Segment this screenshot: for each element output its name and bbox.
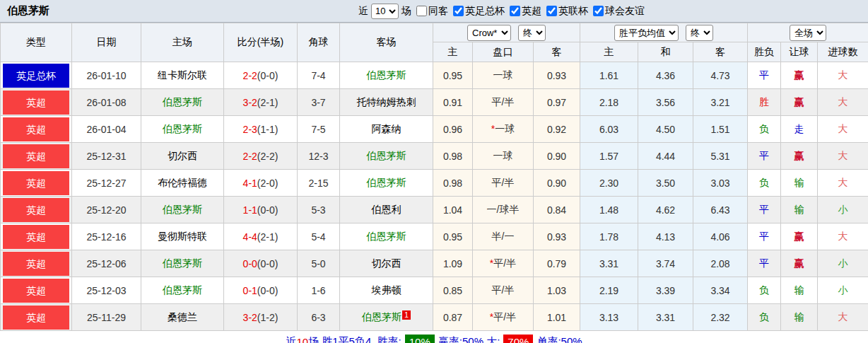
score-cell: 2-3(1-1): [224, 116, 298, 143]
goals-cell: 大: [818, 116, 868, 143]
avg-draw-cell: 4.44: [638, 143, 693, 170]
league-cell: 英超: [1, 116, 72, 143]
away-team-cell: 阿森纳: [340, 116, 433, 143]
red-card-badge: 1: [402, 310, 411, 320]
page-title: 伯恩茅斯: [7, 4, 49, 18]
sub-header-odds-away: 客: [534, 42, 580, 62]
avg-away-cell: 3.34: [693, 277, 748, 304]
avg-draw-cell: 3.56: [638, 89, 693, 116]
score-cell: 1-1(0-0): [224, 197, 298, 223]
avg-final-select[interactable]: 终: [686, 25, 713, 41]
handicap-result-cell: 输: [781, 304, 818, 331]
odds-home-cell: 0.87: [433, 304, 473, 331]
handicap-result-cell: 走: [781, 116, 818, 143]
corner-cell: 6-3: [298, 304, 340, 331]
avg-away-cell: 2.32: [693, 304, 748, 331]
odds-home-cell: 0.98: [433, 143, 473, 170]
match-row: 英超25-11-29桑德兰3-2(1-2)6-3伯恩茅斯10.87*平/半1.0…: [1, 304, 868, 331]
handicap-cell: 半/一: [473, 223, 534, 250]
avg-draw-cell: 3.39: [638, 277, 693, 304]
handicap-result-cell: 赢: [781, 223, 818, 250]
score-cell: 3-2(2-1): [224, 89, 298, 116]
goals-cell: 小: [818, 197, 868, 223]
result-cell: 平: [748, 143, 781, 170]
odds-away-cell: 0.90: [534, 170, 580, 197]
league-cup-checkbox[interactable]: [546, 6, 557, 16]
same-opponent-option: 同客: [411, 5, 448, 18]
col-header-date: 日期: [72, 23, 141, 62]
avg-draw-cell: 3.74: [638, 250, 693, 277]
near-label: 近: [358, 5, 368, 18]
home-team-cell: 桑德兰: [141, 304, 224, 331]
handicap-result-cell: 赢: [781, 89, 818, 116]
corner-cell: 12-3: [298, 143, 340, 170]
avg-draw-cell: 4.62: [638, 197, 693, 223]
away-team-cell: 切尔西: [340, 250, 433, 277]
league-cell: 英超: [1, 250, 72, 277]
home-team-cell: 纽卡斯尔联: [141, 62, 224, 89]
avg-home-cell: 1.78: [580, 223, 638, 250]
fa-cup-checkbox[interactable]: [453, 6, 464, 16]
match-count-select[interactable]: 10: [371, 4, 399, 19]
premier-league-checkbox[interactable]: [510, 6, 520, 16]
corner-cell: 2-15: [298, 170, 340, 197]
corner-cell: 5-3: [298, 197, 340, 223]
avg-home-cell: 3.13: [580, 304, 638, 331]
avg-odds-select[interactable]: 胜平负均值: [614, 25, 679, 41]
home-team-cell: 切尔西: [141, 143, 224, 170]
col-header-type: 类型: [1, 23, 72, 62]
league-cell: 英超: [1, 223, 72, 250]
odds-company-select[interactable]: Crow*: [467, 25, 511, 41]
odds-home-cell: 0.91: [433, 89, 473, 116]
goals-cell: 大: [818, 143, 868, 170]
score-cell: 4-1(2-0): [224, 170, 298, 197]
col-header-corner: 角球: [298, 23, 340, 62]
topbar: 伯恩茅斯 近 10 场 同客 英足总杯 英超 英联杯: [0, 0, 868, 23]
avg-away-cell: 6.43: [693, 197, 748, 223]
same-opponent-checkbox[interactable]: [416, 6, 427, 16]
goals-cell: 大: [818, 304, 868, 331]
avg-home-cell: 2.30: [580, 170, 638, 197]
result-cell: 负: [748, 304, 781, 331]
sub-header-avg-draw: 和: [638, 42, 693, 62]
handicap-cell: 平/半: [473, 89, 534, 116]
col-header-away: 客场: [340, 23, 433, 62]
home-team-cell: 伯恩茅斯: [141, 277, 224, 304]
col-header-result: 胜负: [748, 42, 781, 62]
match-row: 英足总杯26-01-10纽卡斯尔联2-2(0-0)7-4伯恩茅斯0.95一球0.…: [1, 62, 868, 89]
avg-home-cell: 1.61: [580, 62, 638, 89]
scope-select[interactable]: 全场: [790, 25, 826, 41]
big-label: 大:: [486, 335, 500, 343]
avg-home-cell: 1.57: [580, 143, 638, 170]
single-rate-text: 单率:50%: [536, 335, 582, 343]
handicap-cell: *平/半: [473, 304, 534, 331]
corner-cell: 7-4: [298, 62, 340, 89]
handicap-result-cell: 输: [781, 277, 818, 304]
home-team-cell: 伯恩茅斯: [141, 250, 224, 277]
matches-suffix-label: 场: [401, 5, 411, 18]
col-header-handicap-result: 让球: [781, 42, 818, 62]
match-row: 英超25-12-06伯恩茅斯0-0(0-0)5-0切尔西1.09*平/半0.79…: [1, 250, 868, 277]
away-team-cell: 埃弗顿: [340, 277, 433, 304]
date-cell: 25-11-29: [72, 304, 141, 331]
result-cell: 负: [748, 277, 781, 304]
date-cell: 25-12-06: [72, 250, 141, 277]
odds-home-cell: 1.04: [433, 197, 473, 223]
date-cell: 26-01-10: [72, 62, 141, 89]
odds-final-select[interactable]: 终: [518, 25, 546, 41]
handicap-cell: 一球: [473, 143, 534, 170]
date-cell: 25-12-16: [72, 223, 141, 250]
avg-home-cell: 2.19: [580, 277, 638, 304]
odds-home-cell: 1.09: [433, 250, 473, 277]
big-rate-badge: 70%: [503, 335, 533, 343]
friendly-checkbox[interactable]: [593, 6, 604, 16]
avg-away-cell: 1.51: [693, 116, 748, 143]
odds-away-cell: 0.90: [534, 143, 580, 170]
date-cell: 25-12-03: [72, 277, 141, 304]
away-team-cell: 伯恩茅斯: [340, 170, 433, 197]
matches-table: 类型 日期 主场 比分(半场) 角球 客场 Crow*终 胜平负均值终 全场 主…: [0, 23, 868, 331]
avg-draw-cell: 3.31: [638, 304, 693, 331]
goals-cell: 大: [818, 89, 868, 116]
odds-select-group: Crow*终: [433, 23, 580, 42]
handicap-cell: *平/半: [473, 250, 534, 277]
